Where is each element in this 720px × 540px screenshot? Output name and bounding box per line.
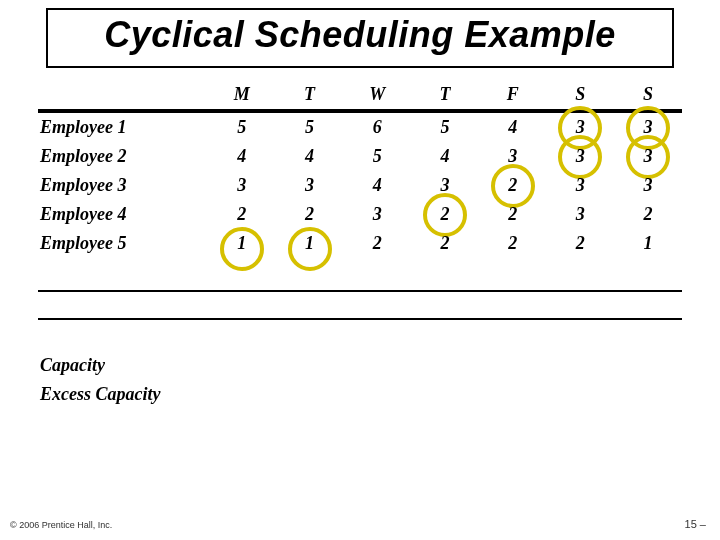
table-row: Employee 51122221 (38, 229, 682, 268)
schedule-table-wrapper: M T W T F S S Employee 15565433Employee … (38, 80, 682, 409)
cell: 4 (411, 142, 479, 171)
table-row: Employee 15565433 (38, 111, 682, 142)
table-row: Employee 24454333 (38, 142, 682, 171)
col-header: S (547, 80, 615, 111)
cell: 2 (343, 229, 411, 268)
col-header: T (411, 80, 479, 111)
cell: 4 (276, 142, 344, 171)
cell: 1 (208, 229, 276, 268)
col-header: W (343, 80, 411, 111)
cell: 2 (208, 200, 276, 229)
col-header: S (614, 80, 682, 111)
cell: 2 (411, 229, 479, 268)
excess-capacity-label: Excess Capacity (38, 380, 208, 409)
cell: 3 (479, 142, 547, 171)
cell: 3 (343, 200, 411, 229)
cell: 3 (547, 142, 615, 171)
highlight-circle-icon (220, 227, 264, 271)
cell: 5 (208, 111, 276, 142)
table-row: Employee 33343233 (38, 171, 682, 200)
cell: 3 (208, 171, 276, 200)
row-label: Employee 3 (38, 171, 208, 200)
capacity-label: Capacity (38, 351, 208, 380)
cell: 3 (547, 200, 615, 229)
cell: 2 (479, 200, 547, 229)
copyright: © 2006 Prentice Hall, Inc. (10, 520, 112, 530)
highlight-circle-icon (288, 227, 332, 271)
data-body: Employee 15565433Employee 24454333Employ… (38, 111, 682, 268)
cell: 3 (547, 171, 615, 200)
col-header: F (479, 80, 547, 111)
cell: 5 (411, 111, 479, 142)
row-label: Employee 4 (38, 200, 208, 229)
page-number: 15 – (685, 518, 706, 530)
cell: 3 (276, 171, 344, 200)
cell: 3 (614, 142, 682, 171)
cell: 6 (343, 111, 411, 142)
cell: 2 (614, 200, 682, 229)
cell: 5 (343, 142, 411, 171)
cell: 1 (614, 229, 682, 268)
cell: 2 (411, 200, 479, 229)
title-box: Cyclical Scheduling Example (46, 8, 674, 68)
schedule-table: M T W T F S S Employee 15565433Employee … (38, 80, 682, 409)
slide: Cyclical Scheduling Example M T W T F S … (0, 0, 720, 540)
excess-capacity-row: Excess Capacity (38, 380, 682, 409)
cell: 3 (614, 111, 682, 142)
row-label: Employee 5 (38, 229, 208, 268)
cell: 5 (276, 111, 344, 142)
cell: 2 (479, 229, 547, 268)
cell: 4 (479, 111, 547, 142)
cell: 2 (547, 229, 615, 268)
cell: 4 (208, 142, 276, 171)
page-title: Cyclical Scheduling Example (58, 14, 662, 56)
cell: 3 (614, 171, 682, 200)
cell: 1 (276, 229, 344, 268)
capacity-row: Capacity (38, 351, 682, 380)
cell: 2 (479, 171, 547, 200)
col-header: T (276, 80, 344, 111)
row-label: Employee 1 (38, 111, 208, 142)
table-row: Employee 42232232 (38, 200, 682, 229)
cell: 3 (411, 171, 479, 200)
header-blank (38, 80, 208, 111)
row-label: Employee 2 (38, 142, 208, 171)
cell: 2 (276, 200, 344, 229)
col-header: M (208, 80, 276, 111)
cell: 3 (547, 111, 615, 142)
cell: 4 (343, 171, 411, 200)
header-row: M T W T F S S (38, 80, 682, 111)
